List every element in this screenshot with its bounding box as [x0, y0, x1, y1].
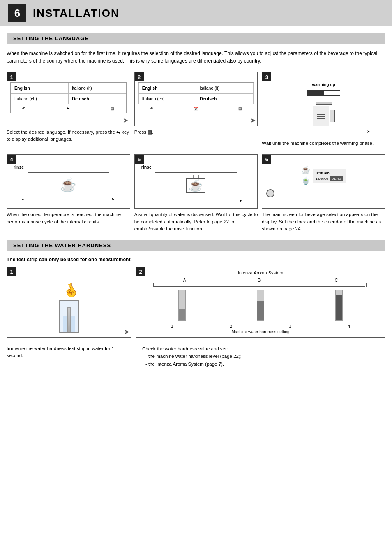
- dot-sep-2: ·: [90, 107, 91, 111]
- beverage-icon-2: 🍵: [301, 176, 310, 185]
- step-2-lang-diagram: English italiano (it) Italiano (ch) Deut…: [135, 72, 258, 126]
- bracket-lines: [141, 283, 380, 287]
- rinse-dots-5: ·· ➤: [150, 199, 242, 203]
- beverage-icon-1: ☕: [301, 165, 310, 174]
- hardness-step-1-num: 1: [7, 267, 16, 276]
- test-strip-glass: [67, 307, 71, 332]
- rinse-label-5: rinse: [141, 165, 152, 169]
- num-3: 3: [289, 324, 291, 329]
- hardness-step-1-caption: Immerse the water hardness test strip in…: [7, 345, 131, 368]
- step-5-caption: A small quantity of water is dispensed. …: [134, 211, 258, 232]
- step-6-mainscreen: ☕ 🍵 8:30 am 15/06/06 · MENU: [262, 155, 385, 208]
- display-bottom: 15/06/06 · MENU: [316, 176, 343, 181]
- cup-icon-4: ☕: [60, 178, 76, 191]
- dot-sep-1: ·: [46, 107, 47, 111]
- display-time: 8:30 am: [316, 171, 343, 175]
- step-4-block: 4 rinse ☕ ·· ➤ When the correct temperat…: [7, 154, 130, 232]
- caption-title: Check the water hardness value and set:: [142, 346, 228, 351]
- step-2-block: 2 English italiano (it) Italiano (ch) De…: [134, 72, 258, 147]
- step-1-num: 1: [7, 72, 16, 81]
- step-1-lang-diagram: English italiano (it) Italiano (ch) Deut…: [7, 72, 130, 126]
- arrow-right-1: ➤: [123, 116, 128, 124]
- hardness-step-2-num: 2: [136, 267, 145, 276]
- step-1-block: 1 English italiano (it) Italiano (ch) De…: [7, 72, 130, 147]
- caption-item-0: the machine water hardness level (page 2…: [145, 353, 379, 360]
- strip-b: [257, 290, 264, 321]
- step-6-diagram: 6 ☕ 🍵 8:30 am 15/06/06 · MENU: [262, 154, 385, 209]
- chart-subtitle: Machine water hardness setting: [141, 330, 380, 334]
- warmup-label: warming up: [312, 82, 335, 87]
- lang-it-1: italiano (it): [68, 83, 126, 93]
- dot-sep-3: ·: [173, 107, 174, 111]
- lang-deutsch-2: Deutsch: [196, 93, 254, 104]
- label-c: C: [328, 278, 338, 283]
- step-5-diagram: 5 rinse ||| ☕ ·· ➤: [134, 154, 258, 209]
- lang-english-2: English: [138, 83, 196, 93]
- step-3-block: 3 warming up: [262, 72, 385, 147]
- knob-icon: [266, 189, 274, 197]
- hardness-steps-grid: 1 🤞 ➤ 2 Intenza Aroma System A B C: [7, 267, 385, 338]
- hand-dip-icon: 🤞: [60, 280, 81, 300]
- step-5-num: 5: [135, 155, 144, 164]
- step-3-warmup: warming up ··: [262, 72, 385, 137]
- display-screen: 8:30 am 15/06/06 · MENU: [313, 169, 346, 183]
- arrow-right-h1: ➤: [124, 328, 129, 336]
- num-1: 1: [171, 324, 173, 329]
- step-6-block: 6 ☕ 🍵 8:30 am 15/06/06 · MENU: [262, 154, 385, 232]
- step-4-rinse: rinse ☕ ·· ➤: [7, 155, 130, 208]
- label-b: B: [254, 278, 261, 283]
- rinse-bar-4: [28, 172, 109, 173]
- step-2-caption: Press ▤.: [134, 129, 258, 136]
- num-2: 2: [230, 324, 232, 329]
- lang-grid-1: English italiano (it) Italiano (ch) Deut…: [10, 82, 127, 104]
- chart-title: Intenza Aroma System: [141, 270, 380, 275]
- machine-icon: [313, 102, 335, 126]
- step-4-diagram: 4 rinse ☕ ·· ➤: [7, 154, 130, 209]
- hardness-step-2-diagram: 2 Intenza Aroma System A B C: [136, 267, 385, 338]
- chapter-number: 6: [8, 4, 26, 22]
- hardness-step-2-caption: Check the water hardness value and set: …: [142, 345, 379, 368]
- step-3-num: 3: [262, 72, 271, 81]
- strip-group-b: [257, 290, 264, 321]
- confirm-icon-1: ▤: [111, 107, 114, 111]
- step-3-caption: Wait until the machine completes the war…: [262, 140, 385, 147]
- rinse-label-4: rinse: [14, 165, 24, 169]
- step-2-num: 2: [135, 72, 144, 81]
- num-4: 4: [348, 324, 350, 329]
- strip-group-c: [335, 290, 343, 321]
- step-5-block: 5 rinse ||| ☕ ·· ➤ A small quantity of w…: [134, 154, 258, 232]
- step-5-rinse: rinse ||| ☕ ·· ➤: [135, 155, 258, 208]
- menu-button[interactable]: MENU: [330, 176, 344, 181]
- lang-it-2: italiano (it): [196, 83, 254, 93]
- chart-abc-labels: A B C: [141, 278, 380, 283]
- warmup-dots: ·· ➤: [277, 130, 370, 134]
- lang-italiano-ch-2: Italiano (ch): [138, 93, 196, 104]
- warmup-bar-fill: [308, 91, 324, 95]
- rinse-dots-4: ·· ➤: [22, 197, 115, 201]
- page-header: 6 INSTALLATION: [0, 0, 392, 26]
- chart-numbers: 1 2 3 4: [141, 324, 380, 329]
- dot-sep-4: ·: [218, 107, 219, 111]
- hardness-subtitle: The test strip can only be used for one …: [7, 257, 385, 262]
- steps-row1: 1 English italiano (it) Italiano (ch) De…: [7, 72, 385, 147]
- caption-item-1: the Intenza Aroma System (page 7).: [145, 360, 379, 368]
- lang-english-1: English: [11, 83, 68, 93]
- lang-grid-2: English italiano (it) Italiano (ch) Deut…: [138, 82, 254, 104]
- step-1-caption: Select the desired language. If necessar…: [7, 129, 130, 143]
- section1-header: SETTING THE LANGUAGE: [7, 33, 385, 44]
- strip-group-a: [178, 290, 186, 321]
- lang-icons-1: ↶ · ⇋ · ▤: [10, 104, 127, 113]
- rinse-bar-5: [155, 172, 237, 173]
- scroll-icon-1: ⇋: [67, 107, 70, 111]
- step-3-diagram: 3 warming up: [262, 72, 385, 137]
- label-a: A: [183, 278, 186, 283]
- caption-list: the machine water hardness level (page 2…: [142, 353, 379, 368]
- steps-row2: 4 rinse ☕ ·· ➤ When the correct temperat…: [7, 154, 385, 232]
- arrow-right-2: ➤: [250, 116, 256, 124]
- warmup-arrow: ➤: [367, 130, 370, 134]
- step-6-num: 6: [262, 155, 271, 164]
- strip-c: [335, 290, 343, 321]
- lang-deutsch-1: Deutsch: [68, 93, 126, 104]
- cup-icon-5: ☕: [186, 178, 205, 193]
- chapter-title: INSTALLATION: [33, 7, 120, 20]
